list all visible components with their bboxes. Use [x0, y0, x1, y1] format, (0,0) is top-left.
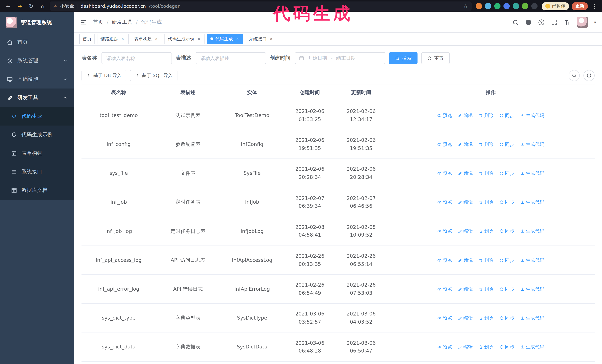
- edit-link[interactable]: 编辑: [458, 314, 473, 322]
- edit-link[interactable]: 编辑: [458, 170, 473, 177]
- close-icon[interactable]: ×: [120, 36, 125, 42]
- edit-link[interactable]: 编辑: [458, 198, 473, 206]
- sidebar-item-devtools[interactable]: 研发工具: [0, 89, 74, 107]
- close-icon[interactable]: ×: [269, 36, 274, 42]
- preview-link[interactable]: 预览: [437, 285, 452, 293]
- delete-link[interactable]: 删除: [479, 228, 494, 235]
- sync-link[interactable]: 同步: [499, 141, 514, 148]
- tag-tracing[interactable]: 链路追踪 ×: [97, 34, 129, 44]
- tag-system-api[interactable]: 系统接口 ×: [246, 34, 277, 44]
- delete-link[interactable]: 删除: [479, 170, 494, 177]
- delete-link[interactable]: 删除: [479, 343, 494, 351]
- forward-icon[interactable]: →: [15, 2, 24, 10]
- sidebar-item-infra[interactable]: 基础设施: [0, 70, 74, 89]
- font-size-icon[interactable]: [564, 19, 571, 26]
- delete-link[interactable]: 删除: [479, 314, 494, 322]
- table-desc-input[interactable]: [196, 52, 266, 64]
- tag-codegen-example[interactable]: 代码生成示例 ×: [164, 34, 205, 44]
- close-icon[interactable]: ×: [154, 36, 159, 42]
- table-name-input[interactable]: [101, 52, 172, 64]
- generate-code-link[interactable]: 生成代码: [520, 198, 544, 206]
- generate-code-link[interactable]: 生成代码: [520, 343, 544, 351]
- preview-link[interactable]: 预览: [437, 141, 452, 148]
- github-icon[interactable]: [525, 19, 532, 26]
- sidebar-item-system[interactable]: 系统管理: [0, 52, 74, 70]
- help-icon[interactable]: [538, 19, 545, 26]
- generate-code-link[interactable]: 生成代码: [520, 314, 544, 322]
- tag-codegen[interactable]: 代码生成 ×: [207, 34, 243, 44]
- sync-link[interactable]: 同步: [499, 285, 514, 293]
- refresh-table-button[interactable]: [583, 70, 595, 81]
- delete-link[interactable]: 删除: [479, 112, 494, 119]
- close-icon[interactable]: ×: [196, 36, 202, 42]
- extension-icon-fox[interactable]: [476, 3, 482, 9]
- generate-code-link[interactable]: 生成代码: [520, 256, 544, 264]
- extension-icon-people[interactable]: [504, 3, 510, 9]
- date-range-picker[interactable]: 开始日期 - 结束日期: [295, 52, 385, 64]
- sidebar-item-home[interactable]: 首页: [0, 33, 74, 52]
- preview-link[interactable]: 预览: [437, 228, 452, 235]
- delete-link[interactable]: 删除: [479, 198, 494, 206]
- generate-code-link[interactable]: 生成代码: [520, 285, 544, 293]
- sync-link[interactable]: 同步: [499, 343, 514, 351]
- toggle-search-button[interactable]: [569, 70, 580, 81]
- edit-link[interactable]: 编辑: [458, 228, 473, 235]
- generate-code-link[interactable]: 生成代码: [520, 112, 544, 119]
- user-avatar[interactable]: [577, 17, 588, 28]
- tag-form-builder[interactable]: 表单构建 ×: [131, 34, 162, 44]
- extension-icon-puzzle[interactable]: [531, 3, 538, 9]
- sidebar-item-db-doc[interactable]: 数据库文档: [0, 181, 74, 200]
- tag-home[interactable]: 首页: [79, 34, 95, 44]
- sync-link[interactable]: 同步: [499, 228, 514, 235]
- fullscreen-icon[interactable]: [551, 19, 558, 26]
- search-button[interactable]: 搜索: [389, 52, 418, 64]
- extension-icon-v[interactable]: [494, 3, 501, 9]
- extension-icon-leaf[interactable]: [522, 3, 528, 9]
- preview-link[interactable]: 预览: [437, 314, 452, 322]
- delete-link[interactable]: 删除: [479, 256, 494, 264]
- sidebar-item-form-builder[interactable]: 表单构建: [0, 144, 74, 163]
- sync-link[interactable]: 同步: [499, 112, 514, 119]
- breadcrumb-home[interactable]: 首页: [93, 19, 103, 26]
- edit-link[interactable]: 编辑: [458, 285, 473, 293]
- preview-link[interactable]: 预览: [437, 343, 452, 351]
- edit-link[interactable]: 编辑: [458, 256, 473, 264]
- sync-link[interactable]: 同步: [499, 314, 514, 322]
- bookmark-star-icon[interactable]: ☆: [463, 3, 468, 9]
- edit-link[interactable]: 编辑: [458, 343, 473, 351]
- preview-link[interactable]: 预览: [437, 198, 452, 206]
- extension-icon-drop[interactable]: [485, 3, 491, 9]
- sync-link[interactable]: 同步: [499, 256, 514, 264]
- sidebar-item-codegen[interactable]: 代码生成: [0, 107, 74, 125]
- paused-badge[interactable]: 已暂停: [542, 2, 569, 10]
- import-sql-button[interactable]: 基于 SQL 导入: [130, 70, 177, 81]
- generate-code-link[interactable]: 生成代码: [520, 228, 544, 235]
- import-db-button[interactable]: 基于 DB 导入: [82, 70, 126, 81]
- caret-down-icon[interactable]: ▾: [594, 20, 596, 25]
- delete-link[interactable]: 删除: [479, 285, 494, 293]
- reset-button[interactable]: 重置: [421, 52, 450, 64]
- url-bar[interactable]: ⚠ 不安全 dashboard.yudao.iocoder.cn /tool/c…: [50, 1, 472, 11]
- edit-link[interactable]: 编辑: [458, 141, 473, 148]
- delete-link[interactable]: 删除: [479, 141, 494, 148]
- sync-link[interactable]: 同步: [499, 198, 514, 206]
- browser-home-icon[interactable]: ⌂: [38, 2, 47, 10]
- browser-menu-icon[interactable]: ⋮: [591, 3, 598, 10]
- edit-link[interactable]: 编辑: [458, 112, 473, 119]
- sidebar-item-codegen-example[interactable]: 代码生成示例: [0, 125, 74, 144]
- sync-link[interactable]: 同步: [499, 170, 514, 177]
- search-icon[interactable]: [512, 19, 519, 26]
- sidebar-fold-icon[interactable]: [80, 19, 87, 26]
- back-icon[interactable]: ←: [4, 2, 13, 10]
- preview-link[interactable]: 预览: [437, 112, 452, 119]
- extension-icon-translate[interactable]: [513, 3, 519, 9]
- generate-code-link[interactable]: 生成代码: [520, 170, 544, 177]
- preview-link[interactable]: 预览: [437, 170, 452, 177]
- sidebar-item-system-api[interactable]: 系统接口: [0, 163, 74, 181]
- update-button[interactable]: 更新: [572, 2, 588, 10]
- close-icon[interactable]: ×: [235, 36, 240, 42]
- breadcrumb-devtools[interactable]: 研发工具: [112, 19, 132, 26]
- preview-link[interactable]: 预览: [437, 256, 452, 264]
- reload-icon[interactable]: ↻: [27, 2, 36, 10]
- generate-code-link[interactable]: 生成代码: [520, 141, 544, 148]
